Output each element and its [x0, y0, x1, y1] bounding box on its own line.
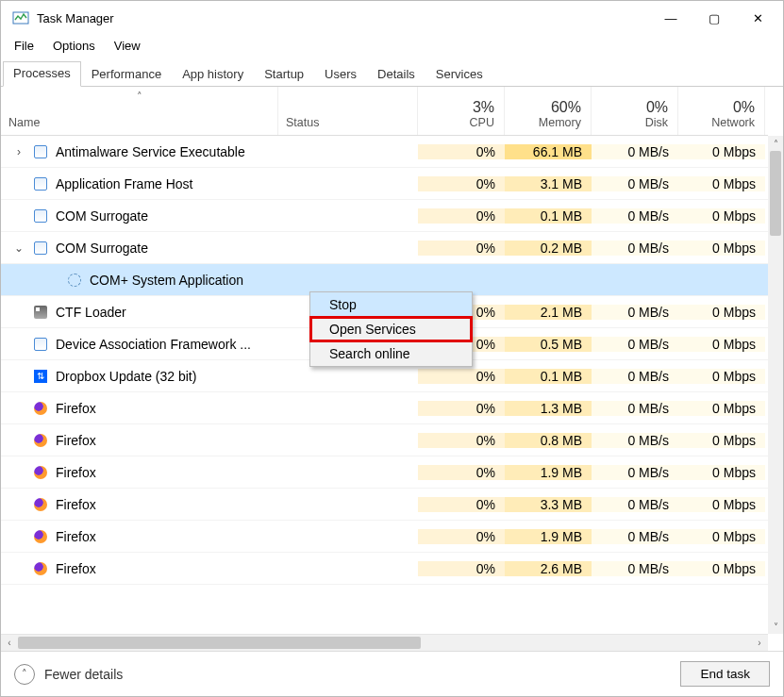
- network-usage-pct: 0%: [733, 99, 755, 116]
- process-net: 0 Mbps: [678, 144, 765, 159]
- process-disk: 0 MB/s: [592, 497, 678, 512]
- chevron-up-icon: ˄: [14, 664, 35, 685]
- process-cpu: 0%: [418, 369, 505, 384]
- tab-details[interactable]: Details: [367, 62, 425, 87]
- tab-app-history[interactable]: App history: [172, 62, 254, 87]
- fewer-details-button[interactable]: ˄ Fewer details: [14, 664, 123, 685]
- process-net: 0 Mbps: [678, 529, 765, 544]
- firefox-icon: [33, 401, 48, 416]
- process-row[interactable]: ⌄COM Surrogate0%0.2 MB0 MB/s0 Mbps: [1, 232, 768, 264]
- process-disk: 0 MB/s: [592, 401, 678, 416]
- scroll-down-icon[interactable]: ˅: [768, 619, 783, 634]
- process-name: Firefox: [56, 433, 96, 448]
- minimize-button[interactable]: —: [649, 4, 692, 32]
- app-window-icon: [33, 176, 48, 191]
- cpu-usage-pct: 3%: [473, 99, 494, 116]
- ctx-search-online[interactable]: Search online: [310, 341, 472, 366]
- process-mem: 0.5 MB: [505, 337, 592, 352]
- firefox-icon: [33, 529, 48, 544]
- process-mem: 1.3 MB: [505, 401, 592, 416]
- process-disk: 0 MB/s: [592, 241, 678, 256]
- process-row[interactable]: Firefox0%2.6 MB0 MB/s0 Mbps: [1, 553, 768, 585]
- vertical-scroll-thumb[interactable]: [770, 151, 781, 236]
- tab-strip: Processes Performance App history Startu…: [1, 60, 783, 87]
- process-disk: 0 MB/s: [592, 144, 678, 159]
- tab-processes[interactable]: Processes: [3, 61, 81, 87]
- process-disk: 0 MB/s: [592, 337, 678, 352]
- titlebar: Task Manager — ▢ ✕: [1, 1, 783, 35]
- col-header-memory[interactable]: 60% Memory: [505, 87, 592, 135]
- menu-options[interactable]: Options: [45, 37, 103, 55]
- tab-users[interactable]: Users: [314, 62, 367, 87]
- process-cpu: 0%: [418, 465, 505, 480]
- dropbox-icon: ⇅: [33, 369, 48, 384]
- process-mem: 0.2 MB: [505, 241, 592, 256]
- process-disk: 0 MB/s: [592, 176, 678, 191]
- expander-icon[interactable]: ›: [12, 145, 25, 158]
- col-header-status[interactable]: Status: [278, 87, 418, 135]
- col-header-name[interactable]: ˄ Name: [1, 87, 278, 135]
- process-cpu: 0%: [418, 497, 505, 512]
- horizontal-scrollbar[interactable]: ‹ ›: [1, 634, 768, 651]
- close-button[interactable]: ✕: [736, 4, 779, 32]
- menu-file[interactable]: File: [7, 37, 42, 55]
- hscroll-track[interactable]: [18, 635, 751, 651]
- app-window-icon: [33, 241, 48, 256]
- ctx-open-services[interactable]: Open Services: [310, 317, 472, 341]
- maximize-icon: ▢: [709, 11, 720, 25]
- col-header-cpu[interactable]: 3% CPU: [418, 87, 505, 135]
- horizontal-scroll-thumb[interactable]: [18, 637, 421, 649]
- app-window-icon: [33, 208, 48, 224]
- process-row[interactable]: ›Antimalware Service Executable0%66.1 MB…: [1, 136, 768, 168]
- process-row[interactable]: Firefox0%0.8 MB0 MB/s0 Mbps: [1, 424, 768, 456]
- ctf-icon: [33, 305, 48, 320]
- maximize-button[interactable]: ▢: [692, 4, 736, 32]
- firefox-icon: [33, 433, 48, 448]
- ctx-stop[interactable]: Stop: [310, 292, 472, 317]
- process-mem: 2.6 MB: [505, 561, 592, 576]
- process-name: COM Surrogate: [56, 241, 148, 256]
- process-cpu: 0%: [418, 401, 505, 416]
- process-net: 0 Mbps: [678, 433, 765, 448]
- col-header-disk[interactable]: 0% Disk: [592, 87, 678, 135]
- expander-icon[interactable]: ⌄: [12, 241, 25, 255]
- process-cpu: 0%: [418, 433, 505, 448]
- app-icon: [12, 9, 29, 26]
- scroll-left-icon[interactable]: ‹: [1, 638, 18, 648]
- process-row[interactable]: Firefox0%1.9 MB0 MB/s0 Mbps: [1, 456, 768, 489]
- process-name: Firefox: [56, 561, 96, 576]
- process-row[interactable]: Firefox0%3.3 MB0 MB/s0 Mbps: [1, 489, 768, 521]
- disk-label: Disk: [645, 116, 668, 129]
- scroll-right-icon[interactable]: ›: [751, 638, 768, 648]
- process-row[interactable]: Application Frame Host0%3.1 MB0 MB/s0 Mb…: [1, 168, 768, 200]
- process-mem: 3.1 MB: [505, 176, 592, 191]
- process-net: 0 Mbps: [678, 305, 765, 320]
- process-disk: 0 MB/s: [592, 433, 678, 448]
- memory-label: Memory: [539, 116, 581, 129]
- scroll-up-icon[interactable]: ˄: [768, 136, 783, 151]
- process-cpu: 0%: [418, 561, 505, 576]
- process-name: Firefox: [56, 401, 96, 416]
- process-row[interactable]: COM Surrogate0%0.1 MB0 MB/s0 Mbps: [1, 200, 768, 232]
- process-net: 0 Mbps: [678, 369, 765, 384]
- col-header-network[interactable]: 0% Network: [678, 87, 765, 135]
- col-header-status-label: Status: [286, 116, 319, 129]
- tab-performance[interactable]: Performance: [81, 62, 172, 87]
- tab-startup[interactable]: Startup: [254, 62, 314, 87]
- process-mem: 0.1 MB: [505, 369, 592, 384]
- app-window-icon: [33, 144, 48, 159]
- process-row[interactable]: Firefox0%1.9 MB0 MB/s0 Mbps: [1, 521, 768, 553]
- menubar: File Options View: [1, 35, 783, 58]
- process-disk: 0 MB/s: [592, 561, 678, 576]
- column-headers: ˄ Name Status 3% CPU 60% Memory 0% Disk: [1, 87, 768, 136]
- process-row[interactable]: Firefox0%1.3 MB0 MB/s0 Mbps: [1, 392, 768, 424]
- end-task-button[interactable]: End task: [680, 661, 770, 687]
- tab-services[interactable]: Services: [425, 62, 493, 87]
- footer: ˄ Fewer details End task: [1, 651, 783, 696]
- process-disk: 0 MB/s: [592, 208, 678, 224]
- sort-indicator-icon: ˄: [137, 91, 142, 103]
- process-disk: 0 MB/s: [592, 305, 678, 320]
- vertical-scrollbar[interactable]: ˄ ˅: [768, 136, 783, 634]
- menu-view[interactable]: View: [107, 37, 148, 55]
- firefox-icon: [33, 465, 48, 480]
